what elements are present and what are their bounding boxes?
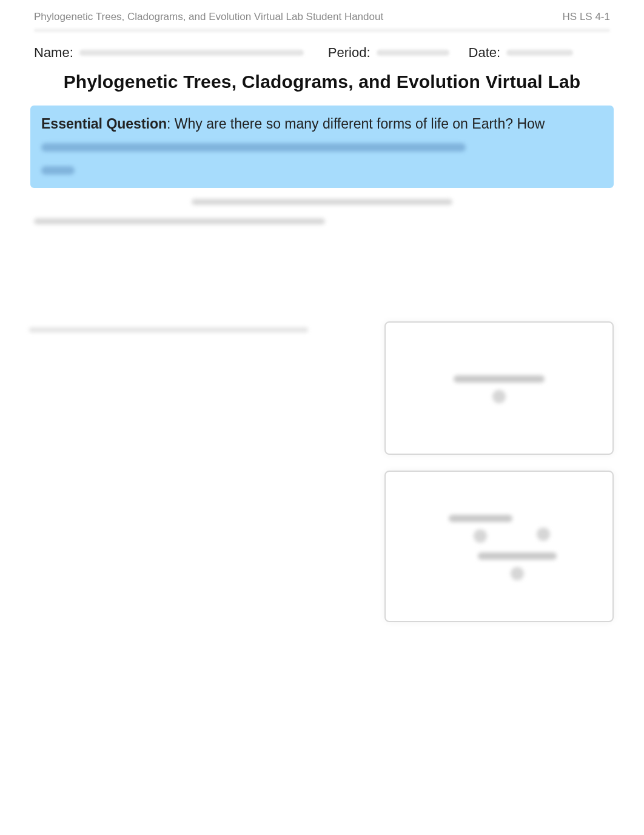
blurred-line-1 — [192, 199, 452, 205]
card2-bar-a — [449, 515, 512, 522]
date-label: Date: — [469, 45, 501, 61]
card1-bar — [454, 375, 545, 383]
placeholder-card-2 — [384, 471, 614, 622]
period-field-underline[interactable] — [377, 50, 449, 56]
name-label: Name: — [34, 45, 73, 61]
essential-question-box: Essential Question: Why are there so man… — [30, 106, 614, 188]
main-title: Phylogenetic Trees, Cladograms, and Evol… — [34, 72, 610, 92]
header-right-code: HS LS 4-1 — [563, 11, 610, 23]
card2-circle-c — [511, 567, 524, 580]
period-label: Period: — [328, 45, 371, 61]
essential-question-hidden-line-1 — [41, 143, 466, 152]
card2-circle-a — [474, 529, 487, 543]
card2-bar-b — [478, 552, 557, 560]
document-header: Phylogenetic Trees, Cladograms, and Evol… — [0, 0, 644, 29]
essential-question-visible: : Why are there so many different forms … — [167, 116, 545, 132]
card-area — [384, 321, 615, 638]
essential-question-label: Essential Question — [41, 116, 167, 132]
date-field-underline[interactable] — [506, 50, 573, 56]
blurred-line-3 — [29, 327, 308, 332]
header-left-text: Phylogenetic Trees, Cladograms, and Evol… — [34, 11, 383, 23]
card1-circle — [492, 390, 506, 403]
essential-question-hidden-line-2 — [41, 166, 75, 175]
placeholder-card-1 — [384, 321, 614, 455]
name-field-underline[interactable] — [79, 50, 304, 56]
card2-circle-b — [537, 528, 550, 541]
blurred-line-2 — [34, 218, 325, 224]
student-info-row: Name: Period: Date: — [0, 45, 644, 61]
header-divider — [34, 29, 610, 32]
